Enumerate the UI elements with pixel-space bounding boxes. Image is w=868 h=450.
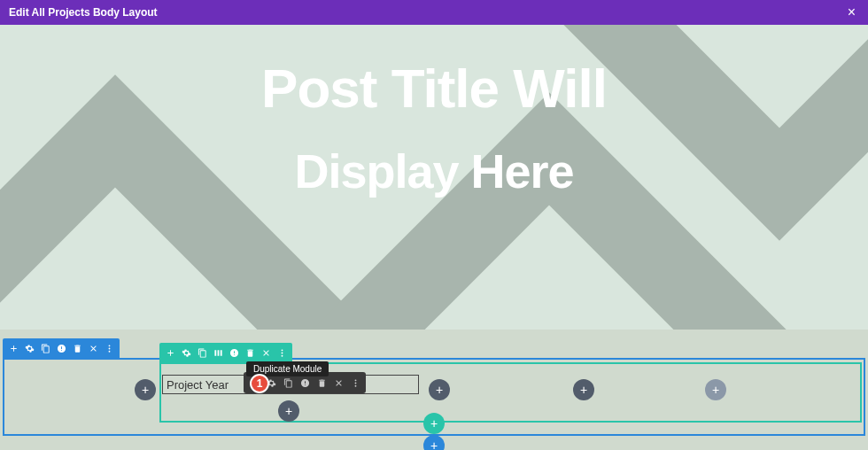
close-icon[interactable]: × <box>844 4 859 20</box>
close-icon[interactable] <box>333 377 344 388</box>
plus-icon[interactable] <box>165 347 175 358</box>
duplicate-icon[interactable] <box>197 347 207 358</box>
columns-icon[interactable] <box>213 347 223 358</box>
svg-point-4 <box>281 352 283 353</box>
add-module-button[interactable]: + <box>278 400 299 422</box>
more-icon[interactable] <box>104 343 114 353</box>
builder-area: Project Year Duplicate Module 1 + + + + … <box>0 330 868 450</box>
gear-icon[interactable] <box>24 343 35 353</box>
svg-point-3 <box>281 349 283 351</box>
save-icon[interactable] <box>229 347 239 358</box>
more-icon[interactable] <box>350 377 360 388</box>
add-module-button[interactable]: + <box>135 379 156 400</box>
add-section-button[interactable]: + <box>423 435 445 450</box>
close-icon[interactable] <box>88 343 98 353</box>
trash-icon[interactable] <box>244 347 255 358</box>
svg-point-6 <box>354 379 356 381</box>
svg-point-7 <box>354 382 356 384</box>
section-toolbar <box>3 338 120 358</box>
hero-title-line2: Display Here <box>0 144 868 198</box>
trash-icon[interactable] <box>316 377 327 388</box>
hero-text: Post Title Will Display Here <box>0 58 868 198</box>
duplicate-icon[interactable] <box>40 343 50 353</box>
more-icon[interactable] <box>276 347 287 358</box>
svg-point-8 <box>354 384 356 386</box>
save-icon[interactable] <box>56 343 66 353</box>
svg-point-0 <box>108 345 110 346</box>
gear-icon[interactable] <box>181 347 191 358</box>
add-row-button[interactable]: + <box>423 413 445 434</box>
save-icon[interactable] <box>299 377 310 388</box>
hero-title-line1: Post Title Will <box>0 58 868 119</box>
step-badge: 1 <box>250 374 269 393</box>
add-module-button[interactable]: + <box>429 379 450 400</box>
add-module-button[interactable]: + <box>705 379 726 400</box>
svg-point-5 <box>281 354 283 356</box>
row-toolbar <box>159 343 292 362</box>
close-icon[interactable] <box>260 347 271 358</box>
header-bar: Edit All Projects Body Layout × <box>0 0 868 25</box>
plus-icon[interactable] <box>8 343 19 353</box>
hero-area: Post Title Will Display Here <box>0 25 868 330</box>
svg-point-1 <box>108 347 110 349</box>
add-module-button[interactable]: + <box>573 379 594 400</box>
trash-icon[interactable] <box>72 343 82 353</box>
module-label: Project Year <box>167 378 229 392</box>
duplicate-icon[interactable] <box>283 377 293 388</box>
svg-point-2 <box>108 350 110 352</box>
header-title: Edit All Projects Body Layout <box>9 6 158 19</box>
